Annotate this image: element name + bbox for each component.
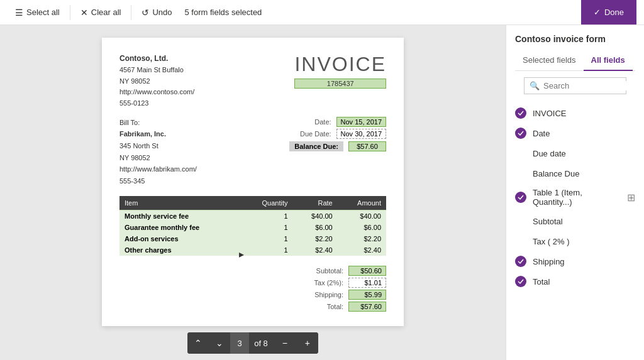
- cell-amount: $2.40: [338, 244, 386, 256]
- client-phone: 555-345: [119, 175, 197, 187]
- field-item-table1[interactable]: Table 1 (Item, Quantity...) ⊞: [506, 183, 644, 211]
- page-number-input[interactable]: [230, 332, 249, 354]
- company-info: Contoso, Ltd. 4567 Main St Buffalo NY 98…: [119, 53, 194, 109]
- search-box: 🔍: [524, 77, 626, 94]
- tab-selected-fields[interactable]: Selected fields: [515, 50, 584, 71]
- totals-section: Subtotal: $50.60 Tax (2%): $1.01 Shippin…: [119, 266, 386, 312]
- subtotal-value: $50.60: [348, 266, 386, 276]
- invoice-title: INVOICE: [294, 53, 386, 76]
- field-label-table1: Table 1 (Item, Quantity...): [533, 188, 621, 207]
- total-label: Total:: [306, 303, 343, 310]
- field-label-date: Date: [533, 129, 635, 138]
- client-web: http://www.fabrikam.com/: [119, 163, 197, 175]
- search-input[interactable]: [543, 81, 644, 90]
- company-phone: 555-0123: [119, 98, 194, 109]
- status-text: 5 form fields selected: [185, 8, 262, 17]
- undo-button[interactable]: ↺ Undo: [134, 0, 179, 25]
- clear-all-button[interactable]: ✕ Clear all: [73, 0, 129, 25]
- cell-item: Guarantee monthly fee: [119, 222, 242, 233]
- right-panel-header: Contoso invoice form Selected fields All…: [506, 25, 644, 101]
- balance-due-row: Balance Due: $57.60: [289, 141, 386, 151]
- document-page: Contoso, Ltd. 4567 Main St Buffalo NY 98…: [102, 38, 404, 326]
- cell-item: Other charges: [119, 244, 242, 256]
- field-label-invoice: INVOICE: [533, 109, 635, 118]
- prev-page-button[interactable]: ⌃: [187, 332, 209, 354]
- table-row: Monthly service fee 1 $40.00 $40.00: [119, 210, 386, 222]
- field-item-subtotal[interactable]: Subtotal: [506, 211, 644, 231]
- subtotal-label: Subtotal:: [306, 267, 343, 275]
- select-all-label: Select all: [26, 8, 60, 17]
- document-viewer: Contoso, Ltd. 4567 Main St Buffalo NY 98…: [0, 25, 506, 360]
- main-content: Contoso, Ltd. 4567 Main St Buffalo NY 98…: [0, 25, 644, 360]
- tab-row: Selected fields All fields: [515, 50, 635, 71]
- undo-icon: ↺: [142, 8, 149, 18]
- field-check-total: [515, 276, 526, 287]
- cell-amount: $40.00: [338, 210, 386, 222]
- zoom-in-button[interactable]: +: [297, 332, 318, 354]
- field-uncheck-balance_due: [515, 168, 526, 179]
- clear-all-icon: ✕: [80, 8, 88, 18]
- field-label-balance_due: Balance Due: [533, 169, 635, 178]
- cell-qty: 1: [242, 210, 293, 222]
- due-date-value: Nov 30, 2017: [336, 129, 386, 139]
- done-label: Done: [604, 8, 624, 17]
- col-item: Item: [119, 196, 242, 210]
- field-item-total[interactable]: Total: [506, 271, 644, 292]
- bill-to-block: Bill To: Fabrikam, Inc. 345 North St NY …: [119, 117, 197, 187]
- balance-due-label: Balance Due:: [289, 141, 343, 151]
- cell-rate: $6.00: [293, 222, 338, 233]
- due-date-label: Due Date:: [300, 130, 331, 138]
- table-row: Other charges 1 $2.40 $2.40: [119, 244, 386, 256]
- company-web: http://www.contoso.com/: [119, 87, 194, 98]
- field-item-due_date[interactable]: Due date: [506, 143, 644, 163]
- select-all-button[interactable]: ☰ Select all: [8, 0, 67, 25]
- field-label-tax: Tax ( 2% ): [533, 237, 635, 246]
- field-item-balance_due[interactable]: Balance Due: [506, 163, 644, 183]
- divider-1: [70, 5, 70, 20]
- table-header: Item Quantity Rate Amount: [119, 196, 386, 210]
- invoice-header: Contoso, Ltd. 4567 Main St Buffalo NY 98…: [119, 53, 386, 109]
- invoice-number: 1785437: [294, 79, 386, 89]
- col-quantity: Quantity: [242, 196, 293, 210]
- table-body: Monthly service fee 1 $40.00 $40.00 Guar…: [119, 210, 386, 256]
- field-item-tax[interactable]: Tax ( 2% ): [506, 231, 644, 251]
- pagination-bar: ⌃ ⌄ of 8 − +: [181, 326, 325, 360]
- done-button[interactable]: ✓ Done: [581, 0, 636, 25]
- field-check-invoice: [515, 107, 526, 119]
- right-panel: Contoso invoice form Selected fields All…: [506, 25, 644, 360]
- total-value: $57.60: [348, 302, 386, 312]
- fields-list: INVOICE Date Due date Balance Due Table …: [506, 101, 644, 360]
- field-item-date[interactable]: Date: [506, 123, 644, 143]
- field-item-invoice[interactable]: INVOICE: [506, 103, 644, 123]
- date-row: Date: Nov 15, 2017: [289, 117, 386, 127]
- pagination-controls: ⌃ ⌄ of 8 − +: [187, 332, 318, 354]
- divider-2: [131, 5, 131, 20]
- due-date-row: Due Date: Nov 30, 2017: [289, 129, 386, 139]
- tab-all-fields[interactable]: All fields: [584, 50, 633, 71]
- total-row: Total: $57.60: [306, 302, 386, 312]
- zoom-out-button[interactable]: −: [274, 332, 296, 354]
- field-label-shipping: Shipping: [533, 257, 635, 266]
- table-row: Guarantee monthly fee 1 $6.00 $6.00: [119, 222, 386, 233]
- cell-rate: $2.20: [293, 233, 338, 244]
- undo-label: Undo: [152, 8, 172, 17]
- next-page-button[interactable]: ⌄: [209, 332, 230, 354]
- shipping-label: Shipping:: [306, 291, 343, 298]
- field-uncheck-due_date: [515, 148, 526, 159]
- cell-item: Add-on services: [119, 233, 242, 244]
- cell-qty: 1: [242, 222, 293, 233]
- field-check-table1: [515, 192, 526, 203]
- field-uncheck-subtotal: [515, 215, 526, 227]
- dates-block: Date: Nov 15, 2017 Due Date: Nov 30, 201…: [289, 117, 386, 187]
- field-label-due_date: Due date: [533, 149, 635, 158]
- date-label: Date:: [314, 118, 331, 126]
- date-value: Nov 15, 2017: [336, 117, 386, 127]
- select-all-icon: ☰: [15, 8, 23, 18]
- company-address: 4567 Main St Buffalo: [119, 65, 194, 76]
- col-amount: Amount: [338, 196, 386, 210]
- field-label-subtotal: Subtotal: [533, 217, 635, 226]
- field-item-shipping[interactable]: Shipping: [506, 251, 644, 271]
- bill-to-label: Bill To:: [119, 117, 197, 129]
- cell-rate: $2.40: [293, 244, 338, 256]
- done-check-icon: ✓: [594, 8, 601, 17]
